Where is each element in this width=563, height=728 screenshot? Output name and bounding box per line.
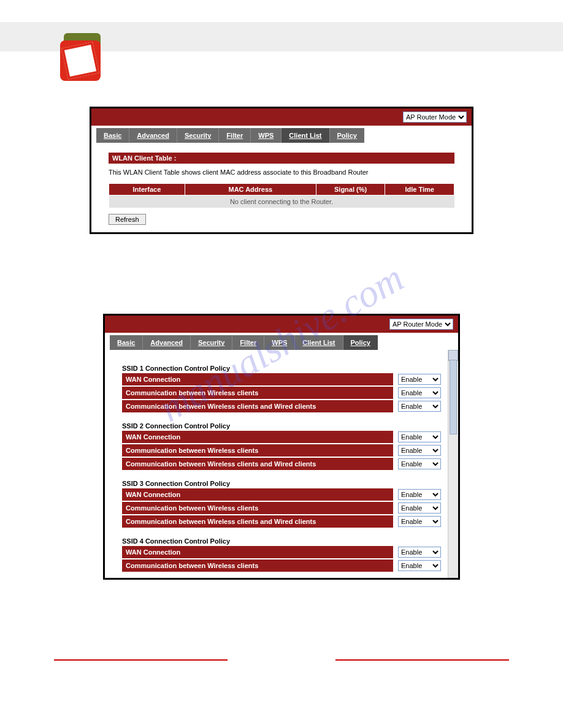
col-interface: Interface <box>109 184 185 195</box>
footer-rule-right <box>335 659 509 661</box>
section-description: This WLAN Client Table shows client MAC … <box>109 169 454 176</box>
policy-select[interactable]: Enable <box>398 502 441 514</box>
policy-select[interactable]: Enable <box>398 560 441 571</box>
tab-filter[interactable]: Filter <box>232 335 264 350</box>
brand-logo <box>60 33 108 81</box>
empty-row: No client connecting to the Router. <box>109 195 454 208</box>
col-signal: Signal (%) <box>316 184 385 195</box>
policy-row: Communication between Wireless clientsEn… <box>122 387 441 399</box>
policy-select[interactable]: Enable <box>398 547 441 558</box>
policy-row: Communication between Wireless clientsEn… <box>122 444 441 457</box>
policy-label: WAN Connection <box>122 431 393 443</box>
policy-label: Communication between Wireless clients a… <box>122 515 393 528</box>
ssid-title: SSID 2 Connection Control Policy <box>122 422 441 430</box>
policy-row: Communication between Wireless clients a… <box>122 515 441 528</box>
tab-bar: Basic Advanced Security Filter WPS Clien… <box>96 128 364 143</box>
tab-basic[interactable]: Basic <box>110 335 143 350</box>
policy-row: WAN ConnectionEnable <box>122 373 441 385</box>
refresh-button[interactable]: Refresh <box>109 214 146 225</box>
policy-select[interactable]: Enable <box>398 458 441 469</box>
tab-policy[interactable]: Policy <box>343 335 378 350</box>
policy-select[interactable]: Enable <box>398 374 441 385</box>
tab-filter[interactable]: Filter <box>219 128 251 143</box>
policy-label: WAN Connection <box>122 373 393 385</box>
screenshot-policy: AP Router Mode Basic Advanced Security F… <box>103 314 460 580</box>
scrollbar[interactable] <box>448 350 458 578</box>
policy-label: Communication between Wireless clients <box>122 559 393 572</box>
tab-policy[interactable]: Policy <box>330 128 364 143</box>
tab-advanced[interactable]: Advanced <box>129 128 177 143</box>
policy-label: Communication between Wireless clients <box>122 387 393 399</box>
tab-wps[interactable]: WPS <box>264 335 295 350</box>
tab-client-list[interactable]: Client List <box>295 335 343 350</box>
policy-select[interactable]: Enable <box>398 401 441 412</box>
policy-row: Communication between Wireless clientsEn… <box>122 502 441 514</box>
policy-row: WAN ConnectionEnable <box>122 488 441 501</box>
tab-advanced[interactable]: Advanced <box>143 335 191 350</box>
tab-security[interactable]: Security <box>177 128 219 143</box>
policy-select[interactable]: Enable <box>398 431 441 442</box>
policy-select[interactable]: Enable <box>398 516 441 527</box>
tab-security[interactable]: Security <box>191 335 232 350</box>
policy-row: WAN ConnectionEnable <box>122 431 441 443</box>
tab-basic[interactable]: Basic <box>96 128 129 143</box>
ssid-title: SSID 3 Connection Control Policy <box>122 480 441 487</box>
col-idle: Idle Time <box>385 184 454 195</box>
col-mac: MAC Address <box>185 184 316 195</box>
client-table: Interface MAC Address Signal (%) Idle Ti… <box>109 183 454 208</box>
policy-row: Communication between Wireless clientsEn… <box>122 559 441 572</box>
scroll-thumb[interactable] <box>450 360 457 434</box>
screenshot-client-list: AP Router Mode Basic Advanced Security F… <box>90 107 473 234</box>
tab-bar: Basic Advanced Security Filter WPS Clien… <box>110 335 378 350</box>
policy-label: Communication between Wireless clients <box>122 444 393 457</box>
ssid-title: SSID 4 Connection Control Policy <box>122 537 441 545</box>
policy-row: Communication between Wireless clients a… <box>122 400 441 412</box>
policy-select[interactable]: Enable <box>398 387 441 398</box>
policy-label: WAN Connection <box>122 488 393 501</box>
policy-label: Communication between Wireless clients a… <box>122 458 393 470</box>
tab-wps[interactable]: WPS <box>251 128 282 143</box>
ssid-title: SSID 1 Connection Control Policy <box>122 365 441 372</box>
section-title: WLAN Client Table : <box>109 153 454 164</box>
policy-label: WAN Connection <box>122 546 393 558</box>
policy-label: Communication between Wireless clients <box>122 502 393 514</box>
mode-select[interactable]: AP Router Mode <box>389 319 453 330</box>
policy-label: Communication between Wireless clients a… <box>122 400 393 412</box>
footer-rule-left <box>54 659 228 661</box>
policy-row: WAN ConnectionEnable <box>122 546 441 558</box>
tab-client-list[interactable]: Client List <box>282 128 329 143</box>
policy-row: Communication between Wireless clients a… <box>122 458 441 470</box>
mode-select[interactable]: AP Router Mode <box>403 112 467 123</box>
policy-select[interactable]: Enable <box>398 489 441 500</box>
policy-select[interactable]: Enable <box>398 445 441 456</box>
